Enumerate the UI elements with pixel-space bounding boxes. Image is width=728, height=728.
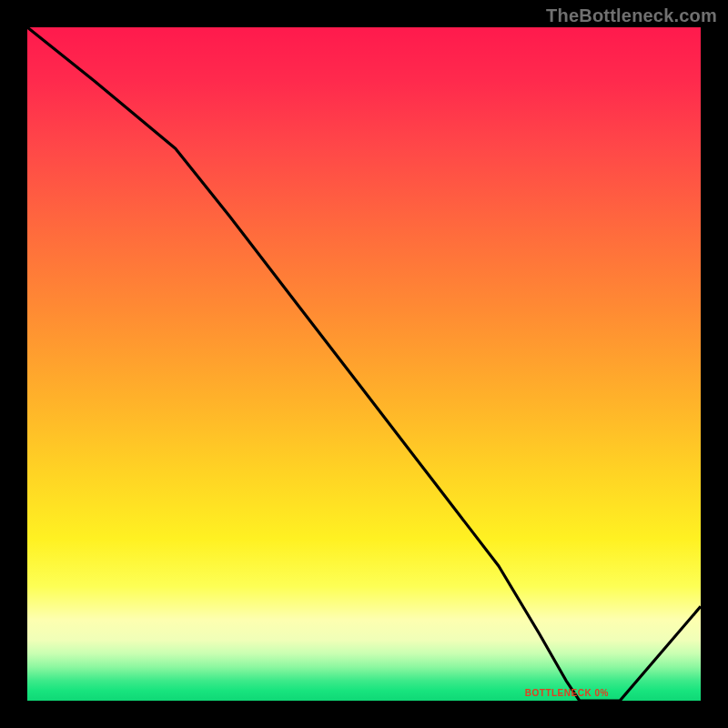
bottleneck-curve <box>27 27 701 701</box>
watermark-text: TheBottleneck.com <box>546 5 717 26</box>
min-bottleneck-label: BOTTLENECK 0% <box>525 688 609 698</box>
chart-container: TheBottleneck.com BOTTLENECK 0% <box>0 0 728 728</box>
plot-frame: BOTTLENECK 0% <box>27 27 701 701</box>
